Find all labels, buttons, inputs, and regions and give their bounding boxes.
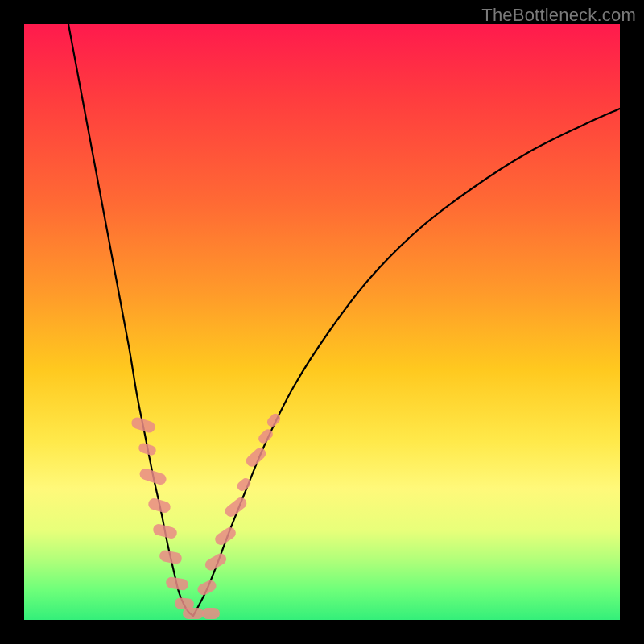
marker-capsule [147,497,172,514]
marker-capsule [196,578,218,597]
chart-stage: TheBottleneck.com [0,0,644,644]
curves-group [68,24,620,616]
curve-right-curve [193,109,620,616]
marker-capsule [152,523,178,540]
markers-group [130,411,283,619]
marker-capsule [202,608,220,619]
curves-svg [24,24,620,620]
marker-capsule [138,467,168,486]
watermark-label: TheBottleneck.com [481,5,636,26]
marker-capsule [130,416,157,435]
marker-capsule [183,608,204,619]
marker-capsule [159,549,183,565]
plot-area [24,24,620,620]
marker-capsule [165,576,189,592]
curve-left-curve [68,24,193,616]
